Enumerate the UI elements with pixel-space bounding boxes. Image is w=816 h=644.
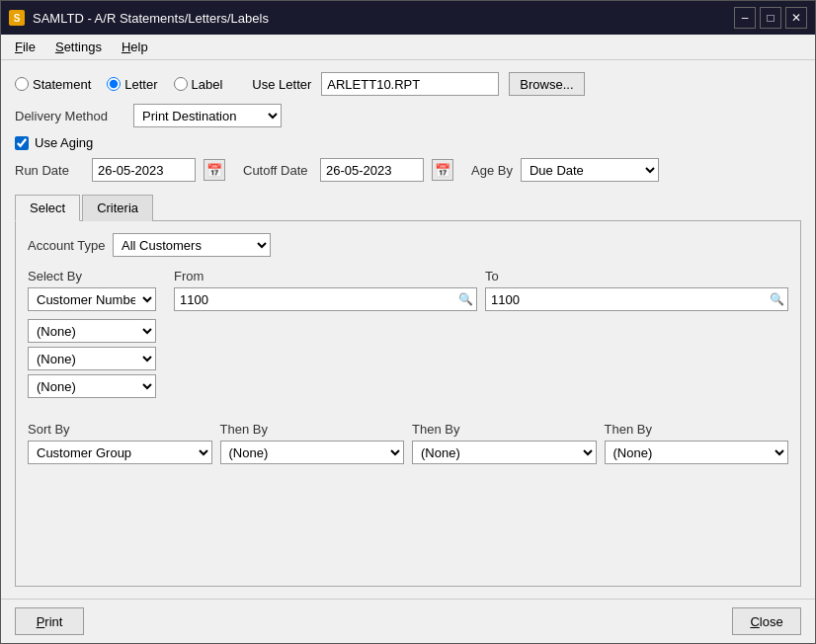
browse-button[interactable]: Browse... [509, 72, 584, 96]
tab-content-select: Account Type All Customers National Acco… [15, 221, 801, 587]
then-by-select-3[interactable]: (None) Customer Number Customer Group [605, 441, 789, 464]
statement-radio[interactable] [15, 77, 29, 91]
app-icon: S [9, 10, 25, 26]
from-input[interactable] [174, 287, 477, 311]
letter-label: Letter [124, 77, 157, 92]
then-by-label-2: Then By [412, 422, 597, 437]
then-by-col-3: Then By (None) Customer Number Customer … [605, 422, 789, 464]
title-bar: S SAMLTD - A/R Statements/Letters/Labels… [1, 1, 815, 35]
sort-section: Sort By Customer Group Customer Number C… [28, 422, 788, 464]
account-type-row: Account Type All Customers National Acco… [28, 233, 788, 257]
print-button[interactable]: Print [15, 607, 84, 635]
then-by-label-1: Then By [220, 422, 405, 437]
then-by-col-2: Then By (None) Customer Number Customer … [412, 422, 597, 464]
tab-select[interactable]: Select [15, 195, 80, 221]
run-date-label: Run Date [15, 163, 84, 178]
none-select-3[interactable]: (None) Customer Number Customer Group [28, 374, 156, 398]
from-search-icon[interactable]: 🔍 [454, 288, 476, 310]
footer: Print Close [1, 599, 815, 643]
use-letter-input[interactable] [321, 72, 499, 96]
cutoff-date-calendar-icon[interactable]: 📅 [432, 159, 453, 181]
maximize-button[interactable]: □ [760, 7, 781, 29]
to-input-wrapper: 🔍 [485, 287, 788, 311]
then-by-select-2[interactable]: (None) Customer Number Customer Group [412, 441, 597, 464]
select-by-col: Select By Customer Number Customer Group… [28, 269, 166, 311]
none-selects-group: (None) Customer Number Customer Group (N… [28, 319, 788, 398]
close-window-button[interactable]: ✕ [785, 7, 807, 29]
tab-criteria[interactable]: Criteria [82, 195, 153, 221]
menu-help[interactable]: Help [112, 37, 158, 57]
content-area: Statement Letter Label Use Letter Browse… [1, 60, 815, 599]
to-input[interactable] [485, 287, 788, 311]
tab-bar: Select Criteria [15, 194, 801, 221]
minimize-button[interactable]: – [734, 7, 756, 29]
cutoff-date-label: Cutoff Date [243, 163, 312, 178]
sort-by-select[interactable]: Customer Group Customer Number Customer … [28, 441, 212, 464]
statement-label: Statement [33, 77, 91, 92]
label-label: Label [192, 77, 223, 92]
title-bar-left: S SAMLTD - A/R Statements/Letters/Labels [9, 10, 269, 26]
run-date-calendar-icon[interactable]: 📅 [204, 159, 225, 181]
use-aging-label: Use Aging [35, 135, 93, 150]
none-select-1[interactable]: (None) Customer Number Customer Group [28, 319, 156, 343]
sort-by-label: Sort By [28, 422, 212, 437]
run-date-input[interactable] [92, 158, 196, 182]
title-controls: – □ ✕ [734, 7, 807, 29]
sort-row: Sort By Customer Group Customer Number C… [28, 422, 788, 464]
letter-radio[interactable] [107, 77, 121, 91]
then-by-label-3: Then By [605, 422, 789, 437]
type-selection-row: Statement Letter Label Use Letter Browse… [15, 72, 801, 96]
then-by-col-1: Then By (None) Customer Number Customer … [220, 422, 405, 464]
use-letter-label: Use Letter [252, 77, 311, 92]
age-by-label: Age By [471, 163, 513, 178]
from-input-wrapper: 🔍 [174, 287, 477, 311]
to-search-icon[interactable]: 🔍 [766, 288, 787, 310]
delivery-method-select[interactable]: Print Destination Email Fax [133, 104, 282, 127]
account-type-label: Account Type [28, 238, 107, 253]
select-by-select[interactable]: Customer Number Customer Group Customer … [28, 287, 156, 311]
document-type-group: Statement Letter Label [15, 77, 222, 92]
then-by-select-1[interactable]: (None) Customer Number Customer Group [220, 441, 405, 464]
sort-by-col: Sort By Customer Group Customer Number C… [28, 422, 212, 464]
window-title: SAMLTD - A/R Statements/Letters/Labels [33, 11, 269, 26]
none-select-2[interactable]: (None) Customer Number Customer Group [28, 347, 156, 370]
to-header: To [485, 269, 788, 283]
select-columns: Select By Customer Number Customer Group… [28, 269, 788, 311]
menu-bar: File Settings Help [1, 35, 815, 60]
dates-row: Run Date 📅 Cutoff Date 📅 Age By Due Date… [15, 158, 801, 182]
delivery-method-label: Delivery Method [15, 109, 123, 123]
age-by-select[interactable]: Due Date Document Date Invoice Date [521, 158, 659, 182]
letter-radio-label[interactable]: Letter [107, 77, 157, 92]
select-by-header: Select By [28, 269, 166, 283]
use-aging-row: Use Aging [15, 135, 801, 150]
close-button[interactable]: Close [732, 607, 801, 635]
select-form: Account Type All Customers National Acco… [28, 233, 788, 464]
statement-radio-label[interactable]: Statement [15, 77, 91, 92]
delivery-method-row: Delivery Method Print Destination Email … [15, 104, 801, 127]
label-radio[interactable] [174, 77, 188, 91]
account-type-select[interactable]: All Customers National Accounts Balance … [113, 233, 271, 257]
from-header: From [174, 269, 477, 283]
menu-settings[interactable]: Settings [45, 37, 112, 57]
menu-file[interactable]: File [5, 37, 45, 57]
cutoff-date-input[interactable] [320, 158, 424, 182]
label-radio-label[interactable]: Label [174, 77, 223, 92]
main-window: S SAMLTD - A/R Statements/Letters/Labels… [0, 0, 816, 644]
to-col: To 🔍 [485, 269, 788, 311]
use-aging-checkbox[interactable] [15, 136, 29, 150]
from-col: From 🔍 [174, 269, 477, 311]
